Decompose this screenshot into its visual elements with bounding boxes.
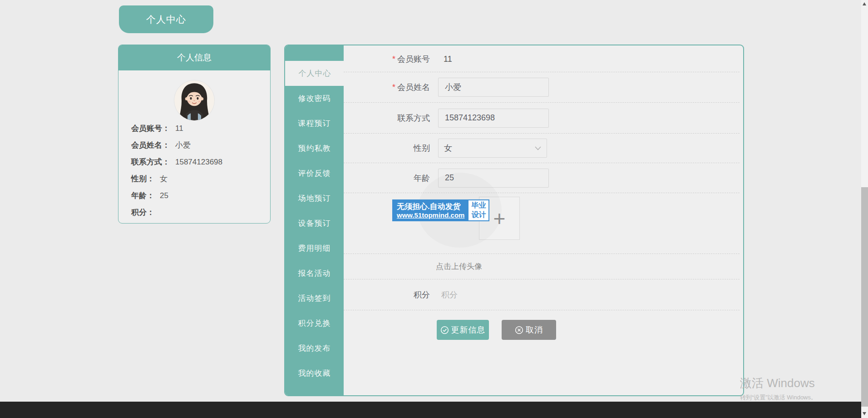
tab-fee-details[interactable]: 费用明细 <box>285 236 344 261</box>
tab-feedback[interactable]: 评价反馈 <box>285 161 344 186</box>
tab-venue-booking[interactable]: 场地预订 <box>285 186 344 211</box>
update-info-button[interactable]: 更新信息 <box>437 320 489 340</box>
footer-bar <box>0 402 861 418</box>
age-label: 年龄 <box>344 173 430 184</box>
profile-form: *会员账号 11 *会员姓名 联系方式 性别 女 年龄 + <box>344 46 740 340</box>
field-label: 会员姓名： <box>131 140 170 150</box>
field-label: 联系方式： <box>131 157 170 167</box>
name-field[interactable] <box>438 78 549 97</box>
profile-card-title: 个人信息 <box>118 45 270 70</box>
member-center-panel: 个人中心 修改密码 课程预订 预约私教 评价反馈 场地预订 设备预订 费用明细 … <box>284 45 744 396</box>
page-title-tab[interactable]: 个人中心 <box>119 5 213 33</box>
profile-field-account: 会员账号： 11 <box>131 123 263 134</box>
vertical-scrollbar[interactable] <box>861 0 868 418</box>
scrollbar-thumb[interactable] <box>861 187 868 407</box>
seller-badge-line1: 无须担心.自动发货 <box>397 202 464 211</box>
plus-icon: + <box>493 208 506 229</box>
field-label: 积分： <box>131 207 154 218</box>
cancel-button[interactable]: 取消 <box>502 320 556 340</box>
windows-activation-watermark: 激活 Windows 转到“设置”以激活 Windows。 <box>740 375 817 402</box>
field-value: 女 <box>160 174 168 184</box>
scrollbar-up-arrow[interactable] <box>863 2 866 5</box>
seller-badge-tag: 毕业 设计 <box>469 200 488 220</box>
avatar <box>174 80 214 120</box>
age-field[interactable] <box>438 169 549 188</box>
side-tab-menu: 个人中心 修改密码 课程预订 预约私教 评价反馈 场地预订 设备预订 费用明细 … <box>285 45 344 395</box>
gender-select[interactable]: 女 <box>438 139 547 158</box>
account-label: *会员账号 <box>344 54 430 65</box>
profile-field-name: 会员姓名： 小爱 <box>131 140 263 150</box>
account-value: 11 <box>444 55 452 64</box>
gender-selected-value: 女 <box>444 143 452 154</box>
tab-my-favorites[interactable]: 我的收藏 <box>285 361 344 386</box>
tab-trainer-booking[interactable]: 预约私教 <box>285 136 344 161</box>
profile-field-gender: 性别： 女 <box>131 174 263 184</box>
points-label: 积分 <box>344 289 430 300</box>
field-label: 性别： <box>131 174 154 184</box>
close-circle-icon <box>515 326 523 334</box>
field-label: 年龄： <box>131 190 154 201</box>
tab-my-posts[interactable]: 我的发布 <box>285 336 344 361</box>
phone-label: 联系方式 <box>344 113 430 124</box>
tab-personal-center[interactable]: 个人中心 <box>285 61 345 86</box>
required-asterisk: * <box>392 83 395 92</box>
field-value: 11 <box>175 124 183 133</box>
tab-points-exchange[interactable]: 积分兑换 <box>285 311 344 336</box>
phone-field[interactable] <box>438 109 549 128</box>
form-row-upload-hint: 点击上传头像 <box>344 254 740 279</box>
tab-change-password[interactable]: 修改密码 <box>285 86 344 111</box>
tab-activity-signup[interactable]: 报名活动 <box>285 261 344 286</box>
tab-course-booking[interactable]: 课程预订 <box>285 111 344 136</box>
form-row-points: 积分 积分 <box>344 279 740 310</box>
form-buttons-row: 更新信息 取消 <box>344 320 740 340</box>
form-row-name: *会员姓名 <box>344 72 740 103</box>
field-label: 会员账号： <box>131 123 170 134</box>
profile-field-points: 积分： <box>131 207 263 218</box>
name-label: *会员姓名 <box>344 82 430 93</box>
scrollbar-down-arrow[interactable] <box>863 412 866 415</box>
windows-watermark-subtitle: 转到“设置”以激活 Windows。 <box>740 393 817 402</box>
form-row-phone: 联系方式 <box>344 103 740 134</box>
seller-watermark-badge: 无须担心.自动发货 www.51topmind.com 毕业 设计 <box>392 199 489 221</box>
profile-card: 个人信息 <box>118 45 271 224</box>
field-value: 25 <box>160 191 168 200</box>
form-row-account: *会员账号 11 <box>344 46 740 72</box>
points-placeholder: 积分 <box>441 289 458 300</box>
form-row-age: 年龄 <box>344 163 740 193</box>
seller-badge-text: 无须担心.自动发货 www.51topmind.com <box>393 200 468 221</box>
windows-watermark-title: 激活 Windows <box>740 375 817 391</box>
field-value: 15874123698 <box>175 158 222 167</box>
chevron-down-icon <box>535 146 541 150</box>
field-value: 小爱 <box>175 140 191 150</box>
check-circle-icon <box>440 326 449 334</box>
upload-hint-text[interactable]: 点击上传头像 <box>436 261 482 272</box>
avatar-girl-illustration <box>174 80 214 120</box>
seller-badge-url: www.51topmind.com <box>397 211 464 220</box>
profile-field-age: 年龄： 25 <box>131 190 263 201</box>
profile-field-phone: 联系方式： 15874123698 <box>131 157 263 167</box>
profile-info-list: 会员账号： 11 会员姓名： 小爱 联系方式： 15874123698 性别： … <box>131 123 263 224</box>
required-asterisk: * <box>392 55 395 64</box>
tab-activity-checkin[interactable]: 活动签到 <box>285 286 344 311</box>
gender-label: 性别 <box>344 143 430 154</box>
form-row-gender: 性别 女 <box>344 134 740 163</box>
tab-equipment-booking[interactable]: 设备预订 <box>285 211 344 236</box>
